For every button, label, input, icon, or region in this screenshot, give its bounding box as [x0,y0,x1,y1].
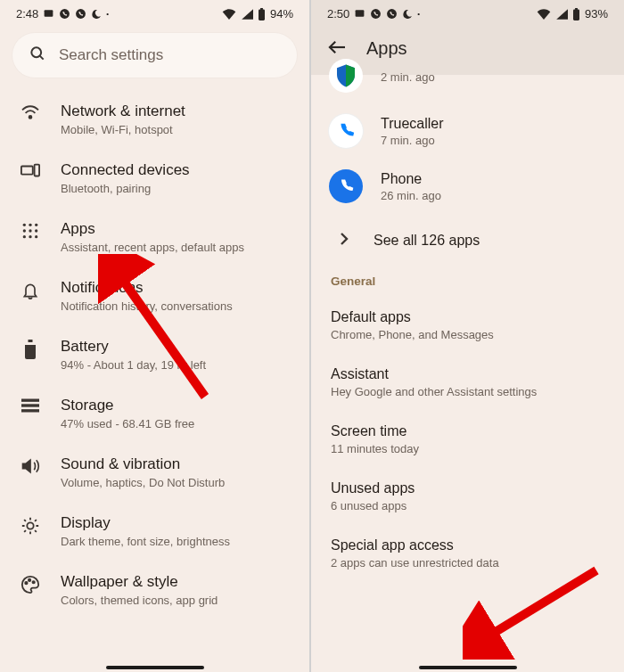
settings-list: Network & internetMobile, Wi-Fi, hotspot… [0,90,309,619]
general-assistant[interactable]: Assistant Hey Google and other Assistant… [311,356,624,413]
sound-icon [18,455,43,475]
app-icon-phone [329,169,363,203]
dot-icon: • [417,10,420,18]
call-icon [59,8,70,20]
call-icon-2 [75,8,86,20]
clock: 2:50 [327,7,349,20]
dot-icon: • [106,10,109,18]
svg-rect-0 [45,10,53,17]
svg-point-25 [27,522,33,529]
search-settings[interactable]: Search settings [12,33,297,78]
clock: 2:48 [16,7,38,20]
chevron-right-icon [340,232,349,250]
settings-row-apps[interactable]: AppsAssistant, recent apps, default apps [5,208,304,266]
devices-icon [18,161,43,179]
general-special-app-access[interactable]: Special app access 2 apps can use unrest… [311,527,624,584]
svg-point-10 [23,224,26,226]
svg-rect-4 [260,8,263,10]
app-icon-truecaller [329,114,363,148]
svg-rect-23 [21,404,39,406]
svg-rect-22 [21,399,39,402]
svg-rect-24 [21,409,39,412]
settings-row-network[interactable]: Network & internetMobile, Wi-Fi, hotspot [5,90,304,149]
svg-rect-29 [356,10,365,17]
svg-point-17 [29,235,31,238]
search-icon [29,45,46,66]
battery-pct: 94% [270,7,293,20]
svg-point-14 [29,229,31,232]
dnd-moon-icon [91,9,102,20]
call-icon [370,8,382,20]
svg-rect-8 [21,167,33,175]
svg-point-16 [23,235,26,238]
settings-row-battery[interactable]: Battery94% - About 1 day, 19 hr left [5,325,304,384]
recent-app-row-truecaller[interactable]: Truecaller7 min. ago [311,103,624,159]
svg-point-13 [23,229,26,232]
svg-point-7 [29,116,32,119]
svg-rect-9 [35,165,40,176]
see-all-apps[interactable]: See all 126 apps [311,214,624,269]
svg-rect-21 [25,342,36,345]
battery-icon [18,338,43,359]
recent-app-row-phone[interactable]: Phone26 min. ago [311,159,624,214]
battery-icon [572,8,580,20]
nav-handle[interactable] [419,666,517,669]
general-screen-time[interactable]: Screen time 11 minutes today [311,413,624,470]
svg-point-5 [31,47,41,57]
battery-icon [258,8,266,20]
bell-icon [18,279,43,300]
palette-icon [18,573,43,594]
wifi-icon [222,9,236,20]
settings-row-connected[interactable]: Connected devicesBluetooth, pairing [5,149,304,208]
recent-app-row[interactable]: 2 min. ago [311,59,624,103]
settings-row-storage[interactable]: Storage47% used - 68.41 GB free [5,384,304,443]
app-icon-shield [329,59,363,93]
message-icon [43,8,54,20]
settings-row-display[interactable]: DisplayDark theme, font size, brightness [5,502,304,561]
svg-point-12 [35,224,37,226]
search-placeholder: Search settings [59,46,163,64]
status-bar: 2:48 • 94% [0,0,309,26]
message-icon [354,8,365,20]
svg-rect-33 [575,8,578,10]
battery-pct: 93% [585,7,608,20]
svg-line-6 [40,56,44,60]
wifi-icon [18,102,43,120]
settings-row-wallpaper[interactable]: Wallpaper & styleColors, themed icons, a… [5,561,304,619]
status-bar: 2:50 • 93% [311,0,624,26]
apps-grid-icon [18,220,43,240]
back-button[interactable] [327,39,347,59]
call-icon-2 [386,8,398,20]
svg-point-15 [35,229,37,232]
svg-point-18 [35,235,37,238]
settings-row-sound[interactable]: Sound & vibrationVolume, haptics, Do Not… [5,443,304,502]
nav-handle[interactable] [106,666,204,669]
page-title: Apps [366,38,407,59]
apps-screen-right: 2:50 • 93% Apps [311,0,624,672]
svg-rect-20 [29,340,33,342]
svg-point-26 [25,582,27,584]
wifi-icon [537,9,551,20]
svg-point-27 [29,579,30,581]
storage-icon [18,397,43,413]
general-unused-apps[interactable]: Unused apps 6 unused apps [311,470,624,527]
signal-icon [241,9,253,20]
svg-point-11 [29,224,31,226]
brightness-icon [18,514,43,536]
signal-icon [555,9,568,20]
settings-row-notifications[interactable]: NotificationsNotification history, conve… [5,266,304,325]
svg-rect-32 [573,9,579,20]
settings-screen-left: 2:48 • 94% Search settings Network & int… [0,0,311,672]
general-default-apps[interactable]: Default apps Chrome, Phone, and Messages [311,299,624,356]
section-general: General [311,269,624,299]
svg-rect-3 [259,9,265,20]
svg-point-28 [32,581,34,583]
dnd-moon-icon [402,9,413,20]
